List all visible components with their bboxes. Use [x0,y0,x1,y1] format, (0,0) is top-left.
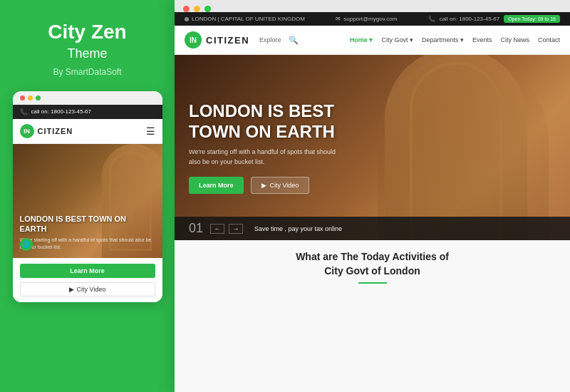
nav-link-home[interactable]: Home ▾ [350,36,373,43]
slide-arrows: ← → [210,224,243,234]
search-icon[interactable]: 🔍 [289,36,299,45]
nav-link-contact[interactable]: Contact [538,36,560,43]
mobile-logo-text: CITIZEN [38,127,73,135]
topbar-phone-text: call on: 1800-123-45-67 [440,16,500,22]
browser-mockup: LONDON | CAPITAL OF UNITED KINGDOM ✉ sup… [175,0,570,392]
open-badge: Open Today: 09 to 18 [504,15,560,23]
mobile-dot-red [20,96,25,100]
hero-video-button[interactable]: ▶ City Video [251,177,310,194]
slide-text: Save time , pay your tax online [254,225,342,232]
prev-slide-button[interactable]: ← [210,224,224,234]
nav-link-departments[interactable]: Departments ▾ [422,36,464,43]
topbar-email-text: support@mygov.com [343,16,397,22]
email-icon: ✉ [336,16,341,22]
mobile-logo-icon: IN [20,124,34,138]
mobile-learn-more-button[interactable]: Learn More [20,264,155,278]
site-logo: IN CITIZEN Explore 🔍 [185,31,299,48]
hero-title: LONDON IS BEST TOWN ON EARTH [189,101,374,143]
mobile-logo: IN CITIZEN [20,124,73,138]
hero-learn-more-button[interactable]: Learn More [189,177,244,194]
nav-link-city-news[interactable]: City News [500,36,529,43]
explore-link[interactable]: Explore [259,36,281,43]
topbar-location: LONDON | CAPITAL OF UNITED KINGDOM [185,16,305,22]
mobile-topbar-text: call on: 1800-123-45-67 [31,108,92,115]
hero-video-label: City Video [270,182,299,189]
hero-desc: We're starting off with a handful of spo… [189,148,346,167]
by-line: By SmartDataSoft [53,67,121,77]
location-dot [185,17,189,21]
site-logo-icon: IN [185,31,202,48]
nav-link-city-govt[interactable]: City Govt ▾ [381,36,413,43]
theme-subtitle: Theme [67,46,107,61]
mobile-buttons: Learn More ▶ City Video [13,258,162,302]
mobile-dot-green [36,96,41,100]
browser-dot-red [183,6,190,12]
phone-icon: 📞 [428,16,435,22]
theme-title: City Zen [48,21,126,43]
left-panel: City Zen Theme By SmartDataSoft 📞 call o… [0,0,175,392]
browser-chrome [175,0,570,12]
browser-dot-yellow [194,6,200,12]
globe-icon: 🌐 [20,238,33,251]
topbar-location-text: LONDON | CAPITAL OF UNITED KINGDOM [192,16,305,22]
hero-bottom-bar: 01 ← → Save time , pay your tax online [175,217,570,240]
bottom-divider [358,282,387,284]
site-nav-links: Home ▾ City Govt ▾ Departments ▾ Events … [350,36,560,43]
browser-dot-green [204,6,211,12]
hero-arch-inner [410,62,502,240]
mobile-dots [13,91,162,105]
topbar-email: ✉ support@mygov.com [336,16,397,22]
mobile-hero-title: LONDON IS BEST TOWN ON EARTH [20,214,155,234]
site-bottom: What are The Today Activities ofCity Gov… [175,240,570,392]
browser-content: LONDON | CAPITAL OF UNITED KINGDOM ✉ sup… [175,12,570,392]
topbar-phone: 📞 call on: 1800-123-45-67 Open Today: 09… [428,15,560,23]
hero-buttons: Learn More ▶ City Video [189,177,556,194]
next-slide-button[interactable]: → [229,224,243,234]
slide-number: 01 [189,221,203,236]
bottom-title: What are The Today Activities ofCity Gov… [296,250,449,278]
mobile-video-label: City Video [77,286,106,293]
play-icon: ▶ [261,182,266,189]
mobile-video-button[interactable]: ▶ City Video [20,282,155,296]
play-icon: ▶ [69,286,74,293]
site-logo-text: CITIZEN [206,35,249,46]
mobile-mockup: 📞 call on: 1800-123-45-67 IN CITIZEN ☰ 🌐… [13,91,162,302]
site-hero: LONDON IS BEST TOWN ON EARTH We're start… [175,55,570,240]
nav-link-events[interactable]: Events [472,36,492,43]
site-topbar: LONDON | CAPITAL OF UNITED KINGDOM ✉ sup… [175,12,570,26]
phone-icon: 📞 [20,108,28,115]
mobile-nav: IN CITIZEN ☰ [13,119,162,144]
mobile-hero-desc: We're starting off with a handful of spo… [20,237,155,251]
mobile-dot-yellow [28,96,33,100]
mobile-hero: 🌐 LONDON IS BEST TOWN ON EARTH We're sta… [13,144,162,258]
hamburger-icon[interactable]: ☰ [146,125,155,137]
hero-arch-border [109,151,152,251]
site-navbar: IN CITIZEN Explore 🔍 Home ▾ City Govt ▾ … [175,26,570,55]
mobile-topbar: 📞 call on: 1800-123-45-67 [13,105,162,119]
